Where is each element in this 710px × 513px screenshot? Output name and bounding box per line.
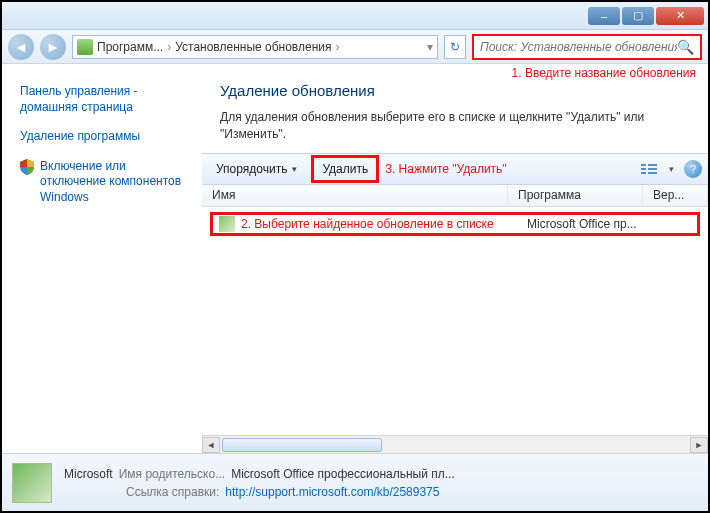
annotation-step2: 2. Выберите найденное обновление в списк… [241,217,523,231]
breadcrumb-sep-icon: › [335,40,339,54]
details-parent-label: Имя родительско... [119,465,225,483]
sidebar: Панель управления - домашняя страница Уд… [2,64,202,453]
scroll-left-arrow-icon[interactable]: ◄ [202,437,220,453]
nav-bar: ◄ ► Программ... › Установленные обновлен… [2,30,708,64]
details-help-link[interactable]: http://support.microsoft.com/kb/2589375 [225,483,439,501]
page-title: Удаление обновления [220,82,690,99]
search-icon[interactable]: 🔍 [677,39,694,55]
shield-icon [20,159,34,175]
sidebar-link-uninstall-program[interactable]: Удаление программы [20,129,194,145]
svg-rect-0 [641,164,646,166]
window-body: Панель управления - домашняя страница Уд… [2,64,708,453]
svg-rect-1 [641,168,646,170]
svg-rect-4 [648,168,657,170]
page-description: Для удаления обновления выберите его в с… [220,109,690,143]
maximize-button[interactable]: ▢ [622,7,654,25]
breadcrumb-sep-icon: › [167,40,171,54]
column-version[interactable]: Вер... [643,185,708,206]
search-box-highlight: 🔍 [472,34,702,60]
view-options-icon[interactable] [641,162,659,176]
organize-button[interactable]: Упорядочить [208,158,305,180]
chevron-down-icon[interactable]: ▾ [669,164,674,174]
explorer-window: – ▢ ✕ ◄ ► Программ... › Установленные об… [0,0,710,513]
sidebar-link-control-panel-home[interactable]: Панель управления - домашняя страница [20,84,194,115]
column-program[interactable]: Программа [508,185,643,206]
address-dropdown-icon[interactable]: ▾ [427,40,433,54]
breadcrumb-installed-updates[interactable]: Установленные обновления [175,40,331,54]
main-pane: Удаление обновления Для удаления обновле… [202,64,708,453]
close-button[interactable]: ✕ [656,7,704,25]
programs-icon [77,39,93,55]
details-parent-value: Microsoft Office профессиональный пл... [231,465,455,483]
uninstall-button[interactable]: Удалить [311,155,379,183]
window-buttons: – ▢ ✕ [588,7,704,25]
address-bar[interactable]: Программ... › Установленные обновления ›… [72,35,438,59]
list-header: Имя Программа Вер... [202,185,708,207]
list-row-highlight[interactable]: 2. Выберите найденное обновление в списк… [210,212,700,236]
help-icon[interactable]: ? [684,160,702,178]
details-pane: Microsoft Имя родительско... Microsoft O… [2,453,708,511]
titlebar: – ▢ ✕ [2,2,708,30]
refresh-button[interactable]: ↻ [444,35,466,59]
column-name[interactable]: Имя [202,185,508,206]
nav-forward-button[interactable]: ► [40,34,66,60]
scroll-right-arrow-icon[interactable]: ► [690,437,708,453]
updates-list[interactable]: 2. Выберите найденное обновление в списк… [202,207,708,435]
svg-rect-2 [641,172,646,174]
horizontal-scrollbar[interactable]: ◄ ► [202,435,708,453]
annotation-step3: 3. Нажмите "Удалить" [385,162,506,176]
toolbar: Упорядочить Удалить 3. Нажмите "Удалить"… [202,153,708,185]
breadcrumb-programs[interactable]: Программ... [97,40,163,54]
scrollbar-thumb[interactable] [222,438,382,452]
update-large-icon [12,463,52,503]
sidebar-link-windows-features[interactable]: Включение или отключение компонентов Win… [20,159,194,206]
minimize-button[interactable]: – [588,7,620,25]
row-program-value: Microsoft Office пр... [523,217,637,231]
svg-rect-5 [648,172,657,174]
update-icon [219,216,235,232]
details-vendor: Microsoft [64,465,113,483]
nav-back-button[interactable]: ◄ [8,34,34,60]
details-help-label: Ссылка справки: [126,483,219,501]
search-input[interactable] [480,40,677,54]
svg-rect-3 [648,164,657,166]
annotation-step1: 1. Введите название обновления [512,66,696,80]
sidebar-item-label: Включение или отключение компонентов Win… [40,159,194,206]
